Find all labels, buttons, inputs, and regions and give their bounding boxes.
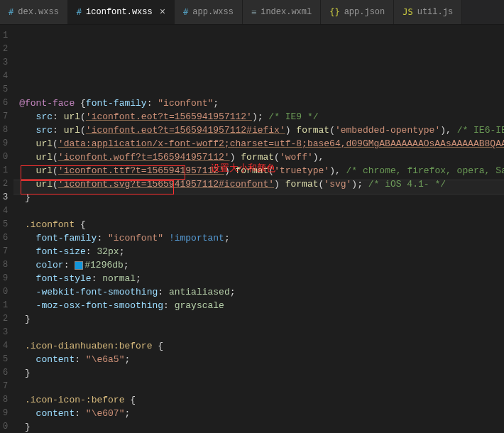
tab-app-json[interactable]: {} app.json	[321, 0, 394, 24]
tab-label: app.json	[344, 7, 385, 17]
line-number: 6	[3, 231, 8, 245]
tab-dex-wxss[interactable]: # dex.wxss	[0, 0, 68, 24]
line-number: 1	[3, 164, 8, 177]
line-number: 6	[3, 366, 8, 380]
annotation-box-color	[21, 180, 174, 194]
tab-index-wxml[interactable]: ≡ index.wxml	[243, 0, 321, 24]
line-number: 1	[3, 29, 8, 43]
line-number: 8	[3, 124, 8, 137]
line-number: 9	[3, 137, 8, 150]
editor-body: 1 2 3 4 5 6 7 8 9 0 1 2 3 4 5 6 7 8 9 0 …	[0, 25, 504, 433]
tab-label: app.wxss	[192, 7, 234, 17]
line-number: 2	[3, 312, 8, 326]
close-icon[interactable]: ×	[160, 6, 165, 18]
line-number-gutter: 1 2 3 4 5 6 7 8 9 0 1 2 3 4 5 6 7 8 9 0 …	[0, 25, 13, 433]
annotation-box-font-size	[21, 165, 185, 180]
line-number: 0	[3, 285, 8, 299]
line-number: 7	[3, 380, 8, 393]
editor-tabs: # dex.wxss # iconfont.wxss × # app.wxss …	[0, 0, 504, 25]
css-icon: #	[77, 7, 82, 17]
tab-label: index.wxml	[261, 7, 312, 17]
line-number: 2	[3, 43, 8, 56]
js-icon: JS	[402, 7, 412, 17]
tab-label: iconfont.wxss	[86, 7, 153, 17]
line-number: 9	[3, 407, 8, 420]
line-number: 9	[3, 272, 8, 285]
css-icon: #	[9, 7, 13, 17]
line-number: 7	[3, 110, 8, 124]
line-number: 4	[3, 204, 8, 218]
line-number: 3	[3, 56, 8, 70]
line-number: 5	[3, 353, 8, 366]
tab-util-js[interactable]: JS util.js	[394, 0, 462, 24]
tab-iconfont-wxss[interactable]: # iconfont.wxss ×	[68, 0, 175, 24]
line-number: 8	[3, 393, 8, 407]
annotation-text: 设置大小和颜色	[211, 161, 275, 175]
line-number: 3	[3, 326, 8, 339]
tab-label: util.js	[417, 7, 453, 17]
line-number: 0	[3, 420, 8, 433]
line-number: 0	[3, 150, 8, 164]
line-number: 8	[3, 258, 8, 272]
json-icon: {}	[329, 7, 339, 17]
tab-app-wxss[interactable]: # app.wxss	[175, 0, 243, 24]
color-swatch-icon	[75, 261, 83, 270]
line-number: 7	[3, 245, 8, 258]
css-icon: #	[183, 7, 188, 17]
tab-label: dex.wxss	[18, 7, 59, 17]
code-area[interactable]: 设置大小和颜色 @font-face {font-family: "iconfo…	[13, 25, 504, 433]
wxml-icon: ≡	[251, 7, 256, 17]
line-number: 5	[3, 83, 8, 97]
line-number: 3	[3, 191, 8, 204]
line-number: 4	[3, 70, 8, 83]
line-number: 2	[3, 177, 8, 191]
line-number: 4	[3, 339, 8, 353]
line-number: 1	[3, 299, 8, 312]
line-number: 6	[3, 97, 8, 110]
line-number: 5	[3, 218, 8, 231]
